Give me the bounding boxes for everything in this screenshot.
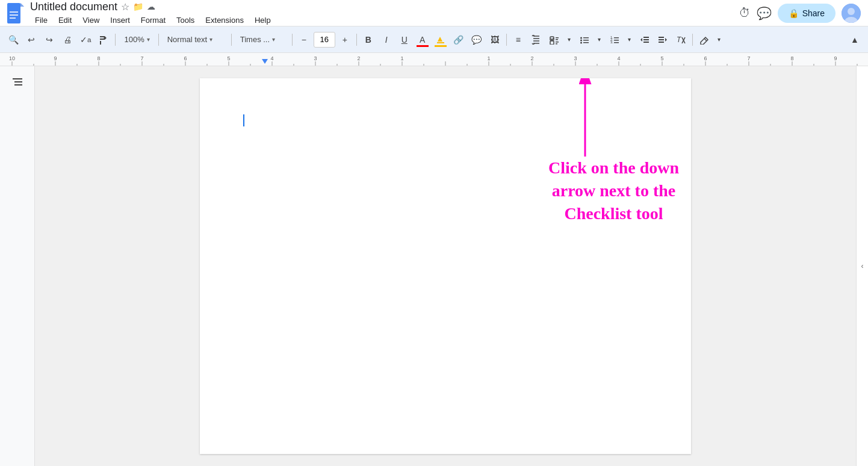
outline-button[interactable] bbox=[8, 72, 27, 95]
spellcheck-button[interactable]: ✓a bbox=[77, 31, 94, 48]
svg-rect-26 bbox=[614, 40, 619, 41]
collapse-toolbar-button[interactable]: ▲ bbox=[846, 31, 863, 48]
right-panel-toggle[interactable]: ‹ bbox=[856, 66, 868, 466]
decrease-indent-button[interactable] bbox=[636, 31, 653, 48]
pen-dropdown-button[interactable]: ▾ bbox=[714, 31, 725, 48]
numbered-list-dropdown-button[interactable]: ▾ bbox=[624, 31, 635, 48]
svg-rect-12 bbox=[556, 37, 559, 39]
svg-rect-41 bbox=[14, 84, 22, 85]
sidebar bbox=[0, 66, 35, 466]
divider-5 bbox=[356, 34, 357, 46]
annotation-svg bbox=[200, 78, 691, 466]
italic-button[interactable]: I bbox=[378, 31, 395, 48]
menu-file[interactable]: File bbox=[30, 14, 52, 26]
line-spacing-button[interactable] bbox=[528, 31, 545, 48]
menu-insert[interactable]: Insert bbox=[105, 14, 135, 26]
link-button[interactable]: 🔗 bbox=[450, 31, 467, 48]
svg-text:T: T bbox=[677, 36, 682, 44]
divider-2 bbox=[158, 34, 159, 46]
doc-title[interactable]: Untitled document bbox=[30, 1, 117, 13]
font-size-input[interactable] bbox=[314, 32, 335, 48]
divider-4 bbox=[292, 34, 293, 46]
svg-rect-34 bbox=[659, 42, 664, 43]
history-button[interactable]: ⏱ bbox=[739, 6, 751, 20]
font-chevron: ▾ bbox=[272, 36, 275, 43]
increase-font-button[interactable]: + bbox=[336, 31, 353, 48]
toolbar: 🔍 ↩ ↪ 🖨 ✓a 100% ▾ Normal text ▾ Times ..… bbox=[0, 26, 868, 53]
title-section: Untitled document ☆ 📁 ☁ File Edit View I… bbox=[30, 1, 276, 26]
comment-button[interactable]: 💬 bbox=[468, 31, 485, 48]
panel-toggle-icon: ‹ bbox=[861, 262, 864, 270]
chat-button[interactable]: 💬 bbox=[757, 6, 772, 20]
svg-rect-39 bbox=[13, 78, 22, 79]
share-label: Share bbox=[802, 8, 825, 18]
svg-rect-32 bbox=[659, 37, 664, 38]
style-label: Normal text bbox=[167, 35, 207, 44]
svg-marker-2 bbox=[20, 3, 24, 7]
ruler bbox=[0, 53, 868, 66]
highlight-button[interactable] bbox=[432, 31, 449, 48]
cloud-icon[interactable]: ☁ bbox=[147, 2, 155, 11]
svg-point-21 bbox=[580, 42, 582, 43]
svg-text:3.: 3. bbox=[610, 40, 613, 44]
menu-tools[interactable]: Tools bbox=[172, 14, 199, 26]
divider-6 bbox=[506, 34, 507, 46]
svg-rect-20 bbox=[583, 40, 589, 41]
divider-3 bbox=[231, 34, 232, 46]
style-dropdown[interactable]: Normal text ▾ bbox=[162, 31, 228, 48]
svg-rect-15 bbox=[556, 42, 559, 43]
svg-rect-16 bbox=[556, 43, 557, 45]
search-button[interactable]: 🔍 bbox=[5, 31, 22, 48]
svg-rect-22 bbox=[583, 42, 589, 43]
svg-rect-40 bbox=[14, 81, 22, 82]
svg-rect-30 bbox=[643, 39, 649, 40]
increase-indent-button[interactable] bbox=[654, 31, 671, 48]
doc-icon bbox=[7, 3, 24, 23]
page: Click on the down arrow next to the Chec… bbox=[200, 78, 691, 454]
checklist-dropdown-button[interactable]: ▾ bbox=[564, 31, 575, 48]
annotation-line2: arrow next to the bbox=[548, 179, 679, 202]
folder-icon[interactable]: 📁 bbox=[133, 2, 143, 11]
lock-icon: 🔒 bbox=[789, 8, 799, 18]
doc-area[interactable]: Click on the down arrow next to the Chec… bbox=[35, 66, 856, 466]
svg-rect-13 bbox=[556, 39, 558, 40]
svg-rect-10 bbox=[437, 42, 444, 43]
header-right: ⏱ 💬 🔒 Share bbox=[739, 4, 861, 23]
divider-1 bbox=[115, 34, 116, 46]
decrease-font-button[interactable]: − bbox=[296, 31, 312, 48]
menu-extensions[interactable]: Extensions bbox=[200, 14, 249, 26]
menu-view[interactable]: View bbox=[78, 14, 104, 26]
text-color-button[interactable]: A bbox=[414, 31, 431, 48]
annotation-line1: Click on the down bbox=[548, 157, 679, 179]
bullet-list-dropdown-button[interactable]: ▾ bbox=[594, 31, 605, 48]
align-button[interactable]: ≡ bbox=[510, 31, 527, 48]
undo-button[interactable]: ↩ bbox=[23, 31, 40, 48]
menu-help[interactable]: Help bbox=[250, 14, 276, 26]
redo-button[interactable]: ↪ bbox=[41, 31, 58, 48]
clear-formatting-button[interactable]: T bbox=[672, 31, 689, 48]
print-button[interactable]: 🖨 bbox=[59, 31, 76, 48]
font-dropdown[interactable]: Times ... ▾ bbox=[235, 31, 289, 48]
font-label: Times ... bbox=[240, 35, 270, 44]
menu-format[interactable]: Format bbox=[136, 14, 170, 26]
svg-point-19 bbox=[580, 39, 582, 41]
bold-button[interactable]: B bbox=[360, 31, 377, 48]
menu-edit[interactable]: Edit bbox=[54, 14, 76, 26]
svg-rect-4 bbox=[10, 14, 18, 16]
annotation-text: Click on the down arrow next to the Chec… bbox=[548, 157, 679, 225]
underline-button[interactable]: U bbox=[396, 31, 413, 48]
bullet-list-button[interactable] bbox=[576, 31, 593, 48]
annotation-line3: Checklist tool bbox=[548, 202, 679, 225]
zoom-value: 100% bbox=[124, 35, 144, 44]
svg-point-17 bbox=[580, 37, 582, 39]
avatar[interactable] bbox=[842, 4, 861, 23]
zoom-dropdown[interactable]: 100% ▾ bbox=[119, 31, 155, 48]
image-button[interactable]: 🖼 bbox=[486, 31, 503, 48]
pen-button[interactable] bbox=[696, 31, 713, 48]
share-button[interactable]: 🔒 Share bbox=[778, 4, 835, 23]
checklist-button[interactable] bbox=[546, 31, 563, 48]
numbered-list-button[interactable]: 1. 2. 3. bbox=[606, 31, 623, 48]
paint-format-button[interactable] bbox=[95, 31, 112, 48]
star-icon[interactable]: ☆ bbox=[121, 1, 129, 13]
svg-rect-24 bbox=[614, 37, 619, 39]
